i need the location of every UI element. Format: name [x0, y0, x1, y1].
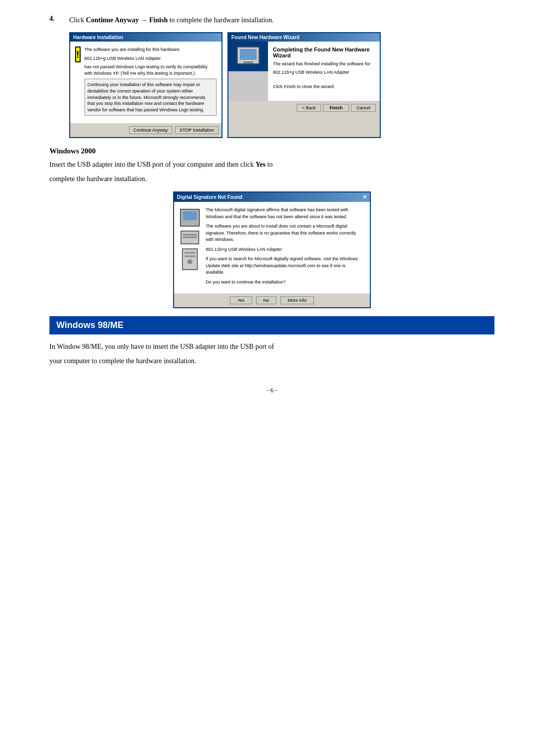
- finish-label: Finish: [149, 16, 168, 24]
- dig-sig-close-icon[interactable]: ✕: [362, 194, 367, 200]
- win2000-yes-bold: Yes: [256, 161, 266, 168]
- dig-sig-no-button[interactable]: No: [256, 296, 277, 304]
- dig-sig-left-panel: [180, 207, 200, 288]
- hw-dialog-text: The software you are installing for this…: [85, 47, 217, 118]
- dig-sig-yes-button[interactable]: Yes: [230, 296, 252, 304]
- computer-tower-icon: [182, 248, 198, 270]
- hw-warning-text2: has not passed Windows Logo testing to v…: [85, 64, 217, 76]
- win98-text2: your computer to complete the hardware i…: [49, 356, 494, 367]
- win2000-text1-to: to: [267, 161, 273, 168]
- dig-sig-text2: The software you are about to install do…: [206, 223, 364, 243]
- step-pre-text: Click: [69, 16, 84, 24]
- disk-line2: [183, 236, 197, 238]
- step-number: 4.: [49, 15, 64, 25]
- monitor-icon: [237, 47, 260, 64]
- step-4-row: 4. Click Continue Anyway → Finish to com…: [49, 15, 494, 25]
- wizard-cancel-button[interactable]: Cancel: [351, 104, 376, 112]
- wizard-text: The wizard has finished installing the s…: [273, 61, 375, 90]
- wizard-finish-button[interactable]: Finish: [323, 104, 349, 112]
- digital-signature-wrapper: Digital Signature Not Found ✕: [173, 191, 371, 308]
- hw-warning-text1: The software you are installing for this…: [85, 47, 217, 53]
- warning-icon: !: [75, 47, 81, 62]
- win2000-text1-part: Insert the USB adapter into the USB port…: [49, 161, 254, 168]
- windows98-banner: Windows 98/ME: [49, 316, 494, 334]
- dig-sig-text1: The Microsoft digital signature affirms …: [206, 207, 364, 220]
- wizard-footer: < Back Finish Cancel: [228, 101, 380, 115]
- hw-warning-box-text: Continuing your installation of this sof…: [88, 82, 206, 112]
- tower-slot1: [184, 252, 195, 254]
- continue-anyway-label: Continue Anyway: [86, 16, 139, 24]
- wizard-image-area: [237, 47, 260, 64]
- wizard-left-panel: [228, 42, 268, 101]
- hw-dialog-footer: Continue Anyway STOP Installation: [70, 123, 222, 137]
- windows2000-text1: Insert the USB adapter into the USB port…: [49, 159, 494, 170]
- windows2000-text2: complete the hardware installation.: [49, 174, 494, 185]
- wizard-body: Completing the Found New Hardware Wizard…: [228, 42, 380, 101]
- monitor-screen: [240, 49, 257, 60]
- hardware-installation-dialog: Hardware Installation ! The software you…: [69, 32, 222, 138]
- wizard-heading: Completing the Found New Hardware Wizard: [273, 47, 375, 58]
- dig-sig-text3: If you want to search for Microsoft digi…: [206, 256, 364, 276]
- hw-warning-box: Continuing your installation of this sof…: [85, 79, 217, 116]
- wizard-titlebar: Found New Hardware Wizard: [228, 33, 380, 42]
- stop-installation-button[interactable]: STOP Installation: [175, 126, 219, 134]
- wizard-right-panel: Completing the Found New Hardware Wizard…: [268, 42, 380, 101]
- dig-sig-footer: Yes No More Info: [174, 293, 370, 307]
- dig-sig-more-info-button[interactable]: More Info: [280, 296, 314, 304]
- dig-sig-device: 802.11b+g USB Wireless LAN Adapter: [206, 246, 364, 253]
- disk-line1: [183, 234, 197, 236]
- dig-sig-body: The Microsoft digital signature affirms …: [174, 202, 370, 293]
- tower-slot2: [184, 255, 195, 257]
- arrow-symbol: →: [140, 16, 147, 24]
- screen-face: [183, 211, 197, 220]
- dig-sig-titlebar: Digital Signature Not Found ✕: [174, 192, 370, 202]
- wizard-text1: The wizard has finished installing the s…: [273, 61, 375, 67]
- monitor-base: [243, 61, 253, 63]
- disk-stack-icon: [180, 231, 199, 244]
- hw-dialog-body: ! The software you are installing for th…: [70, 42, 222, 123]
- windows2000-heading: Windows 2000: [49, 147, 494, 155]
- win98-text1: In Window 98/ME, you only have to insert…: [49, 341, 494, 352]
- hw-device-name: 802.11b+g USB Wireless LAN Adapter: [85, 55, 217, 62]
- wizard-finish-text: Click Finish to close the wizard.: [273, 84, 375, 90]
- step-post-text: to complete the hardware installation.: [170, 16, 274, 24]
- digital-signature-dialog: Digital Signature Not Found ✕: [173, 191, 371, 308]
- screenshots-row: Hardware Installation ! The software you…: [69, 32, 494, 138]
- computer-screen-icon: [180, 209, 200, 227]
- step-instruction: Click Continue Anyway → Finish to comple…: [69, 15, 274, 25]
- found-new-hardware-wizard: Found New Hardware Wizard Completing the…: [227, 32, 381, 138]
- wizard-device-name: 802.11b+g USB Wireless LAN Adapter: [273, 69, 375, 76]
- dig-sig-title: Digital Signature Not Found: [177, 194, 242, 200]
- page-number: - 6 -: [49, 386, 494, 394]
- continue-anyway-button[interactable]: Continue Anyway: [129, 126, 173, 134]
- dig-sig-text-area: The Microsoft digital signature affirms …: [206, 207, 364, 288]
- hw-dialog-title: Hardware Installation: [70, 33, 222, 42]
- wizard-back-button[interactable]: < Back: [297, 104, 321, 112]
- dig-sig-text4: Do you want to continue the installation…: [206, 279, 364, 286]
- tower-disk: [187, 259, 192, 264]
